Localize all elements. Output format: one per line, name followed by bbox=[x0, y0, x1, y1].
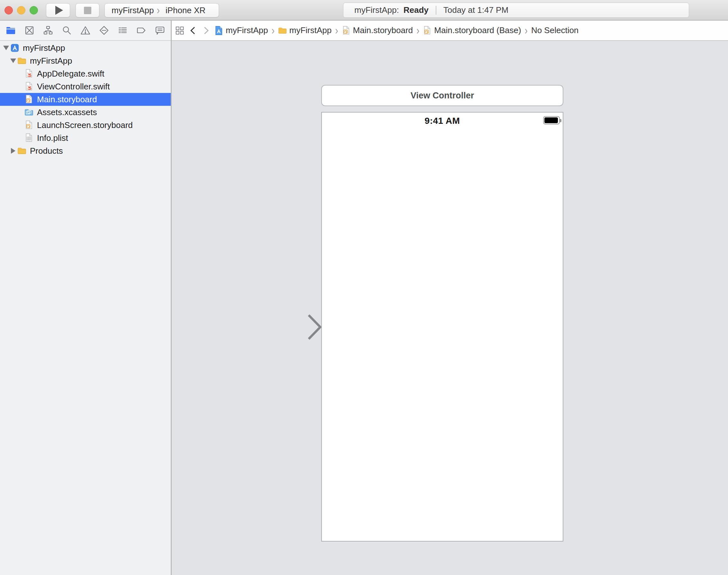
folder-file-icon bbox=[17, 146, 27, 156]
file-name-label: Main.storyboard bbox=[37, 95, 97, 104]
swift-file-icon bbox=[24, 82, 34, 91]
file-tree-row[interactable]: Assets.xcassets bbox=[0, 106, 171, 119]
back-chevron-icon[interactable] bbox=[188, 26, 198, 35]
related-items-icon[interactable] bbox=[175, 26, 184, 35]
report-navigator-icon[interactable] bbox=[154, 25, 166, 37]
test-navigator-icon[interactable] bbox=[98, 25, 110, 37]
file-tree-row[interactable]: ViewController.swift bbox=[0, 80, 171, 93]
project-file-icon bbox=[10, 43, 20, 53]
scene-title: View Controller bbox=[411, 91, 474, 101]
swift-file-icon bbox=[24, 69, 34, 78]
run-button[interactable] bbox=[46, 3, 70, 18]
breadcrumb-separator: › bbox=[416, 24, 419, 37]
file-tree-row[interactable]: Main.storyboard bbox=[0, 93, 171, 106]
window-toolbar: myFirstApp › iPhone XR myFirstApp: Ready… bbox=[0, 0, 728, 21]
close-button[interactable] bbox=[4, 6, 13, 14]
project-file-icon bbox=[214, 26, 223, 35]
navigator-icon-bar bbox=[0, 21, 171, 41]
storyboard-file-icon bbox=[423, 26, 431, 35]
editor-jump-bar: myFirstApp › myFirstApp › Main.storyboar… bbox=[172, 21, 728, 41]
forward-chevron-icon[interactable] bbox=[201, 26, 211, 35]
source-control-navigator-icon[interactable] bbox=[23, 25, 35, 37]
assets-file-icon bbox=[24, 107, 34, 117]
svg-text:PLIST: PLIST bbox=[27, 140, 31, 142]
breadcrumb-label: myFirstApp bbox=[289, 25, 332, 35]
file-name-label: Products bbox=[30, 146, 63, 156]
file-name-label: AppDelegate.swift bbox=[37, 69, 105, 79]
status-divider bbox=[436, 6, 436, 15]
breadcrumb-separator: › bbox=[271, 24, 274, 37]
minimize-button[interactable] bbox=[17, 6, 25, 14]
simulated-status-bar-time: 9:41 AM bbox=[322, 116, 563, 126]
folder-file-icon bbox=[17, 56, 27, 66]
breadcrumb-item[interactable]: Main.storyboard (Base) bbox=[423, 25, 521, 35]
zoom-button[interactable] bbox=[30, 6, 38, 14]
folder-icon bbox=[278, 26, 287, 35]
project-navigator-icon[interactable] bbox=[4, 25, 17, 37]
breadcrumb-item[interactable]: Main.storyboard bbox=[342, 25, 413, 35]
file-tree-row[interactable]: AppDelegate.swift bbox=[0, 67, 171, 80]
storyboard-file-icon bbox=[24, 120, 34, 130]
disclosure-triangle[interactable] bbox=[10, 59, 17, 63]
play-icon bbox=[55, 6, 63, 15]
project-navigator-panel: myFirstApp myFirstApp AppDelegate.swift … bbox=[0, 41, 171, 575]
scheme-app-label: myFirstApp bbox=[112, 5, 154, 15]
breadcrumb-label: Main.storyboard bbox=[353, 25, 413, 35]
find-navigator-icon[interactable] bbox=[61, 25, 73, 37]
scene-title-bar[interactable]: View Controller bbox=[321, 85, 563, 106]
scheme-device-label: iPhone XR bbox=[166, 5, 205, 15]
stop-icon bbox=[84, 7, 91, 14]
file-name-label: Info.plist bbox=[37, 133, 68, 143]
disclosure-triangle[interactable] bbox=[10, 148, 17, 154]
file-tree-row[interactable]: myFirstApp bbox=[0, 54, 171, 67]
breadcrumb-item[interactable]: No Selection bbox=[531, 25, 579, 35]
disclosure-triangle[interactable] bbox=[3, 46, 10, 50]
issue-navigator-icon[interactable] bbox=[79, 25, 91, 37]
file-name-label: myFirstApp bbox=[30, 56, 72, 66]
file-tree-row[interactable]: PLIST Info.plist bbox=[0, 132, 171, 144]
storyboard-file-icon bbox=[342, 26, 350, 35]
breadcrumb-label: No Selection bbox=[531, 25, 579, 35]
breadcrumb-separator: › bbox=[335, 24, 338, 37]
breadcrumb-label: Main.storyboard (Base) bbox=[434, 25, 521, 35]
file-tree-row[interactable]: Products bbox=[0, 144, 171, 157]
activity-status-display: myFirstApp: Ready Today at 1:47 PM bbox=[343, 3, 689, 18]
storyboard-entry-point-arrow[interactable] bbox=[252, 312, 326, 342]
storyboard-canvas: View Controller 9:41 AM bbox=[172, 41, 728, 575]
status-state: Ready bbox=[404, 5, 429, 15]
breadcrumb-item[interactable]: myFirstApp bbox=[214, 25, 268, 35]
file-name-label: ViewController.swift bbox=[37, 82, 110, 92]
scheme-separator: › bbox=[157, 4, 160, 17]
breakpoint-navigator-icon[interactable] bbox=[135, 25, 148, 37]
scheme-selector[interactable]: myFirstApp › iPhone XR bbox=[105, 3, 219, 18]
file-name-label: Assets.xcassets bbox=[37, 107, 97, 117]
battery-icon bbox=[543, 116, 560, 125]
breadcrumb-label: myFirstApp bbox=[226, 25, 268, 35]
traffic-lights bbox=[4, 6, 38, 14]
view-controller-view[interactable]: 9:41 AM bbox=[321, 112, 563, 542]
status-time: Today at 1:47 PM bbox=[443, 5, 508, 15]
file-name-label: LaunchScreen.storyboard bbox=[37, 120, 133, 130]
breadcrumb-item[interactable]: myFirstApp bbox=[278, 25, 332, 35]
debug-navigator-icon[interactable] bbox=[117, 25, 129, 37]
file-tree-row[interactable]: LaunchScreen.storyboard bbox=[0, 119, 171, 132]
symbol-navigator-icon[interactable] bbox=[42, 25, 54, 37]
file-name-label: myFirstApp bbox=[23, 43, 65, 53]
file-tree-row[interactable]: myFirstApp bbox=[0, 41, 171, 54]
storyboard-file-icon bbox=[24, 95, 34, 104]
breadcrumb-separator: › bbox=[525, 24, 528, 37]
status-project-label: myFirstApp: bbox=[354, 5, 399, 15]
breadcrumb: myFirstApp › myFirstApp › Main.storyboar… bbox=[214, 25, 579, 36]
stop-button[interactable] bbox=[76, 3, 99, 18]
plist-file-icon: PLIST bbox=[24, 133, 34, 143]
